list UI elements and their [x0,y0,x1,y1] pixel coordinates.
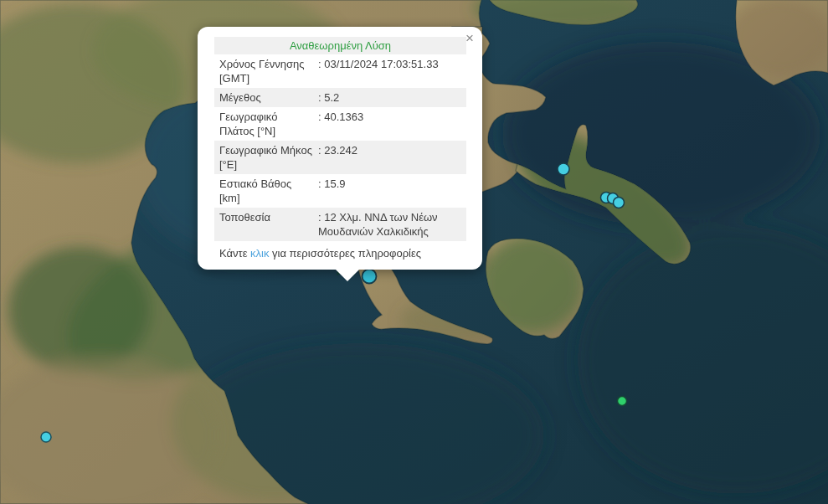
table-row: Γεωγραφικό Πλάτος [°N] : 40.1363 [214,107,466,141]
event-marker[interactable] [614,198,625,208]
row-value: : 15.9 [318,175,461,207]
event-marker-green[interactable] [618,397,627,406]
row-value: : 03/11/2024 17:03:51.33 [318,55,461,87]
app-window: × Αναθεωρημένη Λύση Χρόνος Γέννησης [GMT… [0,0,828,504]
footer-text-post: για περισσότερες πληροφορίες [269,247,421,260]
row-label: Γεωγραφικό Πλάτος [°N] [219,108,318,140]
event-marker[interactable] [363,270,377,284]
more-info-link[interactable]: κλικ [250,247,269,260]
popup-title: Αναθεωρημένη Λύση [214,37,466,54]
table-row: Χρόνος Γέννησης [GMT] : 03/11/2024 17:03… [214,54,466,88]
earthquake-details-table: Αναθεωρημένη Λύση Χρόνος Γέννησης [GMT] … [214,37,466,241]
row-label: Εστιακό Βάθος [km] [219,175,318,207]
table-row: Εστιακό Βάθος [km] : 15.9 [214,174,466,208]
row-value: : 12 Χλμ. ΝΝΔ των Νέων Μουδανιών Χαλκιδι… [318,208,461,240]
event-marker[interactable] [41,432,51,442]
row-label: Γεωγραφικό Μήκος [°E] [219,141,318,173]
row-value: : 23.242 [318,141,461,173]
earthquake-info-popup: × Αναθεωρημένη Λύση Χρόνος Γέννησης [GMT… [198,27,482,270]
popup-footer: Κάντε κλικ για περισσότερες πληροφορίες [214,241,466,262]
event-marker[interactable] [558,163,569,175]
footer-text-pre: Κάντε [219,247,250,260]
table-row: Τοποθεσία : 12 Χλμ. ΝΝΔ των Νέων Μουδανι… [214,208,466,241]
row-label: Τοποθεσία [219,208,318,240]
table-row: Γεωγραφικό Μήκος [°E] : 23.242 [214,141,466,174]
row-value: : 40.1363 [318,108,461,140]
popup-arrow [336,270,359,281]
close-icon[interactable]: × [464,29,476,47]
row-value: : 5.2 [318,89,461,106]
table-row: Μέγεθος : 5.2 [214,88,466,107]
row-label: Μέγεθος [219,89,318,106]
row-label: Χρόνος Γέννησης [GMT] [219,55,318,87]
